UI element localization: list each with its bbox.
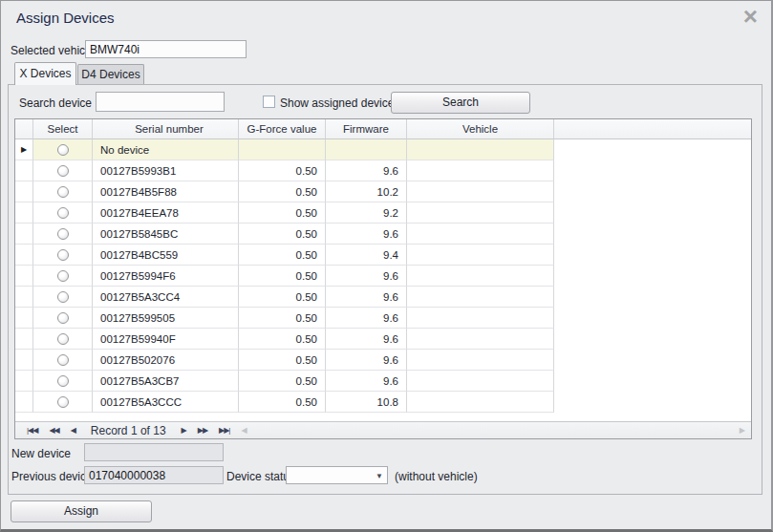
table-row[interactable]: ▶ No device <box>15 139 751 160</box>
gforce-cell[interactable]: 0.50 <box>239 160 326 181</box>
table-row[interactable]: 00127B5993B1 0.50 9.6 <box>15 160 751 181</box>
serial-number-cell[interactable]: 00127B599505 <box>93 308 239 329</box>
table-row[interactable]: 00127B5A3CB7 0.50 9.6 <box>15 371 751 392</box>
nav-next-button[interactable]: ▶ <box>182 426 186 435</box>
header-firmware[interactable]: Firmware <box>326 119 407 139</box>
serial-number-cell[interactable]: 00127B5A3CC4 <box>93 287 239 308</box>
search-device-input[interactable] <box>96 92 225 112</box>
vehicle-cell[interactable] <box>407 139 554 160</box>
select-radio[interactable] <box>57 312 69 324</box>
assign-button[interactable]: Assign <box>11 500 152 522</box>
nav-prev-page-button[interactable]: ◀◀ <box>49 426 58 435</box>
gforce-cell[interactable]: 0.50 <box>239 223 326 245</box>
vehicle-cell[interactable] <box>407 160 554 181</box>
serial-number-cell[interactable]: 00127B5A3CCC <box>93 392 239 413</box>
vehicle-cell[interactable] <box>407 245 554 266</box>
select-radio[interactable] <box>57 396 69 408</box>
serial-number-cell[interactable]: 00127B5994F6 <box>93 266 239 287</box>
gforce-cell[interactable]: 0.50 <box>239 202 326 223</box>
vehicle-cell[interactable] <box>407 202 554 223</box>
gforce-cell[interactable]: 0.50 <box>239 392 326 413</box>
vehicle-cell[interactable] <box>407 392 554 413</box>
gforce-cell[interactable]: 0.50 <box>239 371 326 392</box>
firmware-cell[interactable]: 10.2 <box>326 181 407 202</box>
header-select[interactable]: Select <box>33 119 93 139</box>
select-radio[interactable] <box>57 144 69 156</box>
firmware-cell[interactable]: 10.8 <box>326 392 407 413</box>
table-row[interactable]: 00127B5845BC 0.50 9.6 <box>15 223 751 245</box>
gforce-cell[interactable]: 0.50 <box>239 287 326 308</box>
nav-prev-button[interactable]: ◀ <box>71 426 75 435</box>
table-row[interactable]: 00127B59940F 0.50 9.6 <box>15 329 751 350</box>
serial-number-cell[interactable]: No device <box>93 139 239 160</box>
firmware-cell[interactable]: 9.6 <box>326 266 407 287</box>
serial-number-cell[interactable]: 00127B59940F <box>93 329 239 350</box>
firmware-cell[interactable]: 9.6 <box>326 308 407 329</box>
vehicle-cell[interactable] <box>407 371 554 392</box>
vehicle-cell[interactable] <box>407 287 554 308</box>
serial-number-cell[interactable]: 00127B502076 <box>93 350 239 371</box>
header-serial-number[interactable]: Serial number <box>93 119 239 139</box>
firmware-cell[interactable]: 9.2 <box>326 202 407 223</box>
serial-number-cell[interactable]: 00127B5993B1 <box>93 160 239 181</box>
vehicle-cell[interactable] <box>407 329 554 350</box>
gforce-cell[interactable]: 0.50 <box>239 266 326 287</box>
device-status-dropdown[interactable]: ▼ <box>286 466 388 484</box>
new-device-field[interactable] <box>84 443 224 461</box>
scroll-left-icon[interactable]: ◀ <box>241 426 247 435</box>
vehicle-cell[interactable] <box>407 181 554 202</box>
previous-device-field[interactable]: 017040000038 <box>84 466 224 484</box>
vehicle-cell[interactable] <box>407 308 554 329</box>
select-radio[interactable] <box>57 354 69 366</box>
nav-next-page-button[interactable]: ▶▶ <box>198 426 207 435</box>
serial-number-cell[interactable]: 00127B5845BC <box>93 223 239 245</box>
table-row[interactable]: 00127B5994F6 0.50 9.6 <box>15 266 751 287</box>
serial-number-cell[interactable]: 00127B4BC559 <box>93 245 239 266</box>
header-vehicle[interactable]: Vehicle <box>407 119 554 139</box>
firmware-cell[interactable]: 9.6 <box>326 287 407 308</box>
table-row[interactable]: 00127B4B5F88 0.50 10.2 <box>15 181 751 202</box>
table-row[interactable]: 00127B5A3CCC 0.50 10.8 <box>15 392 751 413</box>
select-radio[interactable] <box>57 375 69 387</box>
serial-number-cell[interactable]: 00127B4B5F88 <box>93 181 239 202</box>
show-assigned-devices-checkbox[interactable] <box>263 96 275 108</box>
table-row[interactable]: 00127B5A3CC4 0.50 9.6 <box>15 287 751 308</box>
gforce-cell[interactable]: 0.50 <box>239 329 326 350</box>
firmware-cell[interactable]: 9.6 <box>326 160 407 181</box>
gforce-cell[interactable] <box>239 139 326 160</box>
table-row[interactable]: 00127B4BC559 0.50 9.4 <box>15 245 751 266</box>
gforce-cell[interactable]: 0.50 <box>239 181 326 202</box>
select-radio[interactable] <box>57 291 69 303</box>
table-row[interactable]: 00127B599505 0.50 9.6 <box>15 308 751 329</box>
gforce-cell[interactable]: 0.50 <box>239 350 326 371</box>
firmware-cell[interactable]: 9.6 <box>326 371 407 392</box>
vehicle-cell[interactable] <box>407 223 554 245</box>
select-radio[interactable] <box>57 270 69 282</box>
tab-d4-devices[interactable]: D4 Devices <box>77 64 144 85</box>
firmware-cell[interactable]: 9.6 <box>326 329 407 350</box>
tab-x-devices[interactable]: X Devices <box>14 62 76 85</box>
header-gforce-value[interactable]: G-Force value <box>239 119 326 139</box>
select-radio[interactable] <box>57 207 69 219</box>
table-row[interactable]: 00127B502076 0.50 9.6 <box>15 350 751 371</box>
serial-number-cell[interactable]: 00127B4EEA78 <box>93 202 239 223</box>
firmware-cell[interactable] <box>326 139 407 160</box>
nav-last-button[interactable]: ▶▶| <box>219 426 229 435</box>
firmware-cell[interactable]: 9.4 <box>326 245 407 266</box>
vehicle-cell[interactable] <box>407 266 554 287</box>
select-radio[interactable] <box>57 249 69 261</box>
selected-vehicle-field[interactable]: BMW740i <box>85 40 247 58</box>
search-button[interactable]: Search <box>391 92 530 114</box>
select-radio[interactable] <box>57 186 69 198</box>
firmware-cell[interactable]: 9.6 <box>326 223 407 245</box>
gforce-cell[interactable]: 0.50 <box>239 308 326 329</box>
scroll-right-icon[interactable]: ▶ <box>740 426 745 435</box>
table-row[interactable]: 00127B4EEA78 0.50 9.2 <box>15 202 751 223</box>
select-radio[interactable] <box>57 165 69 177</box>
gforce-cell[interactable]: 0.50 <box>239 245 326 266</box>
serial-number-cell[interactable]: 00127B5A3CB7 <box>93 371 239 392</box>
firmware-cell[interactable]: 9.6 <box>326 350 407 371</box>
close-icon[interactable]: × <box>743 3 758 30</box>
select-radio[interactable] <box>57 333 69 345</box>
select-radio[interactable] <box>57 228 69 240</box>
